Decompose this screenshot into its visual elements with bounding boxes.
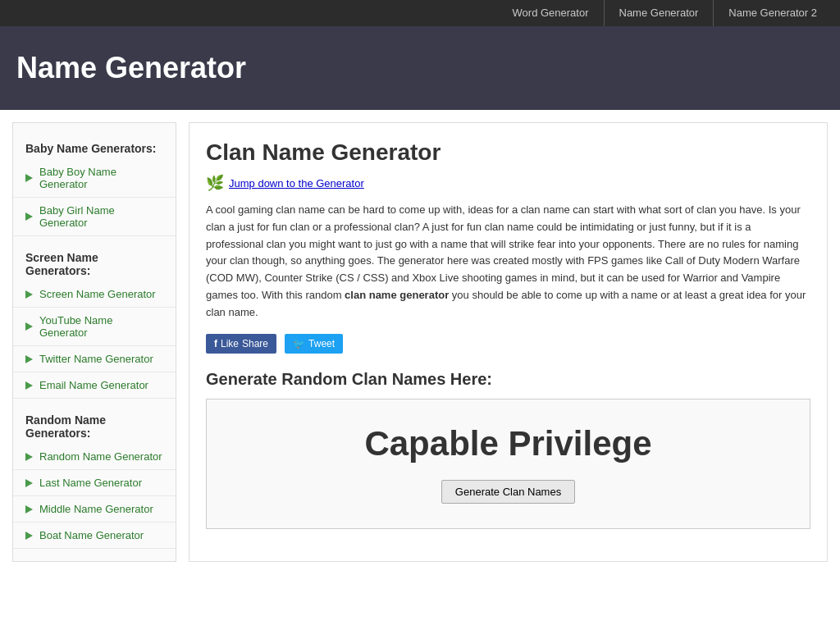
generate-section: Generate Random Clan Names Here: Capable…: [206, 370, 810, 529]
keyword-bold: clan name generator: [345, 289, 449, 301]
social-buttons: f Like Share 🐦 Tweet: [206, 334, 810, 354]
sidebar-item-screen-name[interactable]: Screen Name Generator: [13, 281, 176, 308]
generator-box: Capable Privilege Generate Clan Names: [206, 399, 810, 529]
jump-link-container: 🌿 Jump down to the Generator: [206, 174, 810, 192]
sidebar-item-middle-name[interactable]: Middle Name Generator: [13, 496, 176, 523]
main-container: Baby Name Generators: Baby Boy Name Gene…: [0, 110, 840, 574]
sidebar-item-baby-boy[interactable]: Baby Boy Name Generator: [13, 159, 176, 198]
description-part1: A cool gaming clan name can be hard to c…: [206, 203, 801, 301]
content-description: A cool gaming clan name can be hard to c…: [206, 202, 810, 322]
arrow-icon: [25, 322, 33, 331]
content-title: Clan Name Generator: [206, 139, 810, 166]
generated-name: Capable Privilege: [223, 424, 793, 463]
sidebar-section-baby: Baby Name Generators:: [13, 135, 176, 159]
facebook-like-button[interactable]: f Like Share: [206, 334, 276, 354]
generate-clan-names-button[interactable]: Generate Clan Names: [441, 480, 575, 504]
arrow-icon: [25, 290, 33, 299]
generate-section-title: Generate Random Clan Names Here:: [206, 370, 810, 389]
arrow-icon: [25, 381, 33, 390]
fb-like-label: Like: [221, 338, 239, 349]
page-header: Name Generator: [0, 26, 840, 110]
sidebar-section-random: Random Name Generators:: [13, 407, 176, 444]
page-title: Name Generator: [16, 51, 824, 85]
main-content: Clan Name Generator 🌿 Jump down to the G…: [189, 122, 828, 562]
arrow-icon: [25, 505, 33, 514]
sidebar-item-baby-girl[interactable]: Baby Girl Name Generator: [13, 198, 176, 236]
nav-word-generator[interactable]: Word Generator: [498, 0, 605, 26]
sidebar-item-last-name[interactable]: Last Name Generator: [13, 470, 176, 496]
arrow-icon: [25, 174, 33, 182]
arrow-icon: [25, 532, 33, 540]
arrow-icon: [25, 453, 33, 461]
tweet-label: Tweet: [308, 338, 335, 349]
nav-name-generator[interactable]: Name Generator: [605, 0, 714, 26]
sidebar-item-twitter-name[interactable]: Twitter Name Generator: [13, 346, 176, 372]
sidebar-item-youtube-name[interactable]: YouTube Name Generator: [13, 308, 176, 346]
leaf-icon: 🌿: [206, 174, 224, 192]
sidebar-section-screen: Screen Name Generators:: [13, 244, 176, 281]
arrow-icon: [25, 479, 33, 487]
sidebar: Baby Name Generators: Baby Boy Name Gene…: [12, 122, 176, 562]
fb-share-label: Share: [242, 338, 268, 349]
tweet-button[interactable]: 🐦 Tweet: [285, 334, 343, 354]
jump-to-generator-link[interactable]: Jump down to the Generator: [229, 177, 364, 189]
top-navigation: Word Generator Name Generator Name Gener…: [0, 0, 840, 26]
arrow-icon: [25, 355, 33, 363]
nav-name-generator-2[interactable]: Name Generator 2: [714, 0, 832, 26]
facebook-icon: f: [214, 338, 217, 349]
sidebar-item-random-name[interactable]: Random Name Generator: [13, 444, 176, 470]
arrow-icon: [25, 212, 33, 221]
sidebar-item-boat-name[interactable]: Boat Name Generator: [13, 523, 176, 549]
twitter-icon: 🐦: [293, 338, 305, 349]
sidebar-item-email-name[interactable]: Email Name Generator: [13, 372, 176, 399]
